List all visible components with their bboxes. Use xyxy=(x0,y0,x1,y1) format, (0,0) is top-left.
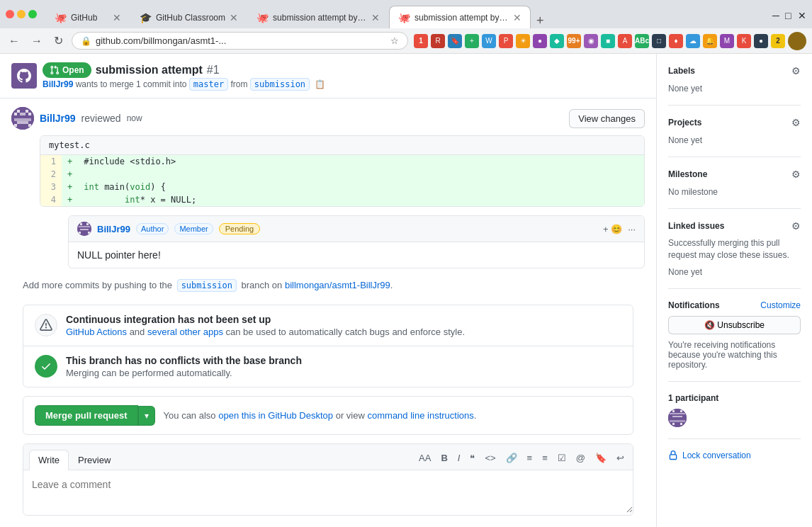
forward-button[interactable]: → xyxy=(28,32,45,50)
ext-17[interactable]: ☁ xyxy=(686,34,700,48)
sidebar-participants-section: 1 participant xyxy=(668,393,801,439)
svg-rect-2 xyxy=(26,110,28,113)
copy-branches-icon[interactable]: 📋 xyxy=(315,79,325,89)
link-btn[interactable]: 🔗 xyxy=(503,451,520,465)
minimize-icon[interactable]: ─ xyxy=(772,10,781,18)
mention-btn[interactable]: @ xyxy=(573,451,588,465)
ext-18[interactable]: 🔔 xyxy=(703,34,717,48)
tab-pr1-favicon: 🐙 xyxy=(256,12,269,23)
ext-21[interactable]: ● xyxy=(754,34,768,48)
view-changes-button[interactable]: View changes xyxy=(569,109,645,128)
user-repo-link[interactable]: billmongan/asmt1-BillJr99 xyxy=(285,280,390,290)
comment-body: NULL pointer here! xyxy=(69,242,644,268)
command-line-link[interactable]: command line instructions xyxy=(368,410,474,421)
ext-4[interactable]: + xyxy=(465,34,479,48)
ext-11[interactable]: ◉ xyxy=(584,34,598,48)
write-tab[interactable]: Write xyxy=(29,450,69,470)
tab-pr2[interactable]: 🐙 submission attempt by BillJr99 ✕ xyxy=(389,6,531,28)
tab-pr1[interactable]: 🐙 submission attempt by BillJr99 ✕ xyxy=(247,6,389,28)
linked-issues-gear-icon[interactable]: ⚙ xyxy=(791,220,801,232)
maximize-window-btn[interactable] xyxy=(28,10,37,18)
review-time: now xyxy=(127,113,142,123)
pr-target-branch: master xyxy=(189,78,228,91)
comment-input[interactable] xyxy=(23,470,633,513)
address-bar[interactable]: 🔒 github.com/billmongan/asmt1-... ☆ xyxy=(72,32,408,50)
participant-avatar-1[interactable] xyxy=(668,409,687,427)
comment-more-button[interactable]: ··· xyxy=(628,224,636,234)
italic-btn[interactable]: I xyxy=(455,451,463,465)
bullet-btn[interactable]: ≡ xyxy=(524,451,536,465)
svg-rect-19 xyxy=(680,410,682,412)
ext-7[interactable]: ☀ xyxy=(516,34,530,48)
labels-title: Labels xyxy=(668,66,695,76)
ext-19[interactable]: M xyxy=(720,34,734,48)
close-window-btn[interactable] xyxy=(6,10,14,18)
back-button[interactable]: ← xyxy=(6,32,23,50)
svg-rect-7 xyxy=(17,121,28,124)
milestone-gear-icon[interactable]: ⚙ xyxy=(791,169,801,180)
ext-2[interactable]: R xyxy=(431,34,445,48)
restore-icon[interactable]: □ xyxy=(785,10,794,18)
merge-pull-request-button[interactable]: Merge pull request xyxy=(35,405,138,426)
tab-github[interactable]: 🐙 GitHub ✕ xyxy=(45,6,130,28)
customize-link[interactable]: Customize xyxy=(760,300,801,310)
tab-pr2-close[interactable]: ✕ xyxy=(513,12,521,23)
close-icon[interactable]: ✕ xyxy=(798,10,806,18)
ext-16[interactable]: ♦ xyxy=(669,34,683,48)
labels-gear-icon[interactable]: ⚙ xyxy=(791,65,801,76)
diff-container: mytest.c 1 + #include <stdio.h> 2 + xyxy=(40,135,645,207)
minimize-window-btn[interactable] xyxy=(17,10,26,18)
ext-8[interactable]: ● xyxy=(533,34,547,48)
projects-gear-icon[interactable]: ⚙ xyxy=(791,117,801,128)
numbered-btn[interactable]: ≡ xyxy=(539,451,551,465)
emoji-react-button[interactable]: + 😊 xyxy=(603,224,622,234)
diff-filename: mytest.c xyxy=(40,136,644,155)
add-commits-connector: branch on xyxy=(242,280,283,290)
ext-12[interactable]: ■ xyxy=(601,34,615,48)
github-actions-link[interactable]: GitHub Actions xyxy=(66,327,127,337)
preview-tab[interactable]: Preview xyxy=(69,450,120,470)
lock-conversation-link[interactable]: Lock conversation xyxy=(668,450,801,460)
other-apps-link[interactable]: several other apps xyxy=(147,327,223,337)
tab-pr1-close[interactable]: ✕ xyxy=(371,12,380,23)
profile-avatar[interactable] xyxy=(788,32,806,50)
ext-1[interactable]: 1 xyxy=(414,34,428,48)
diff-row-1: 1 + #include <stdio.h> xyxy=(40,155,644,168)
svg-rect-20 xyxy=(670,413,685,414)
ext-5[interactable]: W xyxy=(482,34,496,48)
tab-classroom-close[interactable]: ✕ xyxy=(230,12,238,23)
ext-14[interactable]: ABc xyxy=(635,34,649,48)
sidebar-milestone-section: Milestone ⚙ No milestone xyxy=(668,169,801,209)
ci-and: and xyxy=(130,327,145,337)
comment-author: BillJr99 xyxy=(97,224,130,234)
quote-btn[interactable]: ❝ xyxy=(467,451,478,465)
merge-description: You can also open this in GitHub Desktop… xyxy=(164,410,621,421)
react-btn[interactable]: ↩ xyxy=(614,451,627,465)
unsubscribe-button[interactable]: 🔇 Unsubscribe xyxy=(668,316,801,334)
ext-20[interactable]: K xyxy=(737,34,751,48)
ext-3[interactable]: 🔖 xyxy=(448,34,462,48)
ext-15[interactable]: □ xyxy=(652,34,666,48)
ext-6[interactable]: P xyxy=(499,34,513,48)
github-desktop-link[interactable]: open this in GitHub Desktop xyxy=(218,410,333,421)
ext-13[interactable]: A xyxy=(618,34,632,48)
star-icon[interactable]: ☆ xyxy=(390,35,399,46)
diff-table: 1 + #include <stdio.h> 2 + 3 + int xyxy=(40,155,644,206)
tab-github-close[interactable]: ✕ xyxy=(113,12,121,23)
reload-button[interactable]: ↻ xyxy=(51,31,66,50)
main-layout: Open submission attempt #1 BillJr99 want… xyxy=(0,54,812,527)
reviewer-name: BillJr99 xyxy=(40,113,76,124)
merge-dropdown-button[interactable]: ▾ xyxy=(138,406,155,426)
heading-btn[interactable]: AA xyxy=(416,451,434,465)
bold-btn[interactable]: B xyxy=(438,451,450,465)
ext-22[interactable]: 2 xyxy=(771,34,785,48)
pr-author: BillJr99 xyxy=(43,79,73,89)
new-tab-button[interactable]: + xyxy=(531,13,550,28)
save-btn[interactable]: 🔖 xyxy=(592,451,609,465)
code-btn[interactable]: <> xyxy=(482,451,498,465)
address-text: github.com/billmongan/asmt1-... xyxy=(96,35,226,46)
tab-classroom[interactable]: 🎓 GitHub Classroom ✕ xyxy=(130,6,247,28)
ext-10[interactable]: 99+ xyxy=(567,34,581,48)
ext-9[interactable]: ◆ xyxy=(550,34,564,48)
task-btn[interactable]: ☑ xyxy=(555,451,569,465)
